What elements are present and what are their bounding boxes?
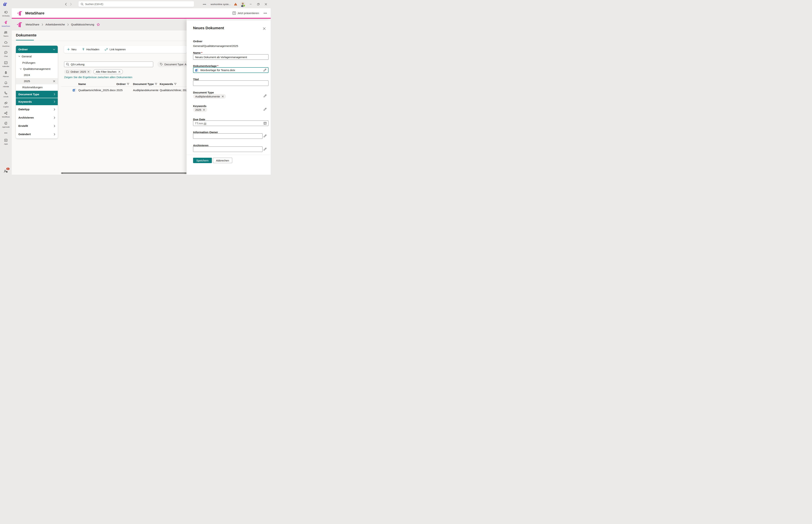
plus-icon [67,48,70,51]
sidebar-item-planner[interactable]: Planner [0,69,12,79]
due-date-placeholder: TT.mm.jjjj [195,122,206,125]
due-date-field[interactable]: TT.mm.jjjj [193,120,268,126]
sidebar-item-apps[interactable]: Apps [0,136,12,147]
present-icon [232,11,236,15]
folder-filter-chip[interactable]: Ordner: 2025 [64,69,92,74]
panel-close-icon[interactable] [263,27,266,30]
remove-folder-chip-icon[interactable] [87,71,89,73]
close-icon[interactable] [262,0,269,8]
folder-tree-item-qualitaetsmanagement[interactable]: Qualitätsmanagement [16,66,58,72]
sidebar-item-copilot[interactable]: Copilot [0,99,12,109]
favorite-star-icon[interactable] [97,23,100,26]
folder-tree-item-general[interactable]: General [16,53,58,60]
pencil-icon[interactable] [263,147,267,151]
orchestry-icon [4,10,8,14]
filter-section-document-type[interactable]: Document Type [16,91,58,98]
folder-tree-item-2025[interactable]: 2025 [16,78,58,84]
chevron-right-icon [54,117,55,119]
rail-more-icon[interactable]: ••• [0,130,12,136]
pencil-icon[interactable] [263,134,267,138]
breadcrumb-item-metashare[interactable]: MetaShare [26,23,39,26]
sidebar-item-workflows[interactable]: Workflows [0,109,12,119]
sidebar-item-onedrive[interactable]: OneDrive [0,38,12,49]
titel-field[interactable] [193,81,268,86]
cell-keywords: Qualitätsrichtlinie; 2025 [160,88,186,92]
new-button[interactable]: Neu [67,48,77,51]
filter-sidebar: Ordner General Prüfungen Qualitätsmanage… [16,46,58,138]
sidebar-item-kalender[interactable]: Kalender [0,59,12,69]
table-row[interactable]: W Qualitaetsrichtlinie_2025.docx 2025 Au… [61,87,186,94]
pencil-icon[interactable] [263,68,266,72]
name-field[interactable] [193,54,268,60]
warning-icon[interactable] [232,2,239,6]
save-button[interactable]: Speichern [193,158,212,163]
cancel-button[interactable]: Abbrechen [213,158,232,163]
metashare-icon [4,20,8,24]
pencil-icon[interactable] [263,94,267,98]
filter-section-dateityp[interactable]: Dateityp [16,105,58,114]
information-owner-field[interactable] [193,133,263,139]
filter-section-geaendert[interactable]: Geändert [16,130,58,138]
column-header-document-type[interactable]: Document Type [133,82,157,86]
document-type-chip[interactable]: Auditplandokumente [193,94,226,99]
svg-text:W: W [196,69,197,71]
minimize-icon[interactable] [247,0,254,8]
nav-forward-icon[interactable] [70,3,72,6]
sidebar-item-approvals[interactable]: Approvals [0,119,12,130]
pencil-icon[interactable] [263,108,267,111]
remove-keyword-icon[interactable] [203,109,205,111]
folder-tree-item-2024[interactable]: 2024 [16,72,58,78]
clear-all-icon [118,71,120,73]
present-now-button[interactable]: Jetzt präsentieren [232,11,259,15]
filter-section-keywords[interactable]: Keywords [16,98,58,105]
sidebar-item-teams[interactable]: Teams [0,29,12,38]
restore-icon[interactable] [254,0,262,8]
document-search-input[interactable]: QS-Leitung [64,62,153,67]
filter-section-archivieren[interactable]: Archivieren [16,114,58,122]
search-value: QS-Leitung [71,63,84,66]
column-header-keywords[interactable]: Keywords [160,82,177,86]
clear-all-filters-chip[interactable]: Alle Filter löschen [93,69,123,74]
chevron-right-icon [54,108,55,111]
cell-name[interactable]: Qualitaetsrichtlinie_2025.docx [78,88,116,92]
horizontal-scrollbar[interactable]: ◄► [61,172,186,174]
keywords-chip[interactable]: 2025 [193,108,207,112]
show-all-results-link[interactable]: Zeigen Sie die Ergebnisse zwischen allen… [64,76,132,79]
avatar[interactable] [239,2,247,7]
remove-document-type-icon[interactable] [222,96,224,97]
calendar-icon[interactable] [263,121,267,125]
chevron-right-icon [42,23,43,26]
sidebar-item-orchestry[interactable]: Orchestry [0,8,12,18]
folder-tree-item-pruefungen[interactable]: Prüfungen [16,60,58,66]
document-toolbar: Neu Hochladen Link kopieren [64,46,186,53]
column-header-ordner[interactable]: Ordner [116,82,129,86]
onedrive-icon [4,40,8,45]
archivieren-field[interactable] [193,147,263,152]
filter-section-ordner[interactable]: Ordner [16,46,58,53]
header-more-icon[interactable]: ••• [264,12,267,15]
sidebar-item-chat[interactable]: Chat [0,49,12,59]
sidebar-item-metashare[interactable]: MetaShare [0,18,12,29]
breadcrumb-logo-icon[interactable] [16,21,23,28]
column-header-name[interactable]: Name [78,82,86,86]
clear-folder-filter-icon[interactable] [53,80,58,82]
copy-link-button[interactable]: Link kopieren [105,48,126,51]
breadcrumb-item-arbeitsbereiche[interactable]: Arbeitsbereiche [46,23,65,26]
folder-icon [66,70,69,73]
titlebar-more-icon[interactable]: ••• [200,3,209,6]
filter-section-erstellt[interactable]: Erstellt [16,122,58,130]
sidebar-item-aktivitaet[interactable]: Aktivität [0,79,12,89]
dokumentvorlage-field[interactable]: W Wordvorlage für Teams.dotx [193,67,268,73]
nav-back-icon[interactable] [65,3,67,6]
bell-icon [4,81,8,85]
global-search-input[interactable]: Suchen (Ctrl+E) [79,1,194,7]
folder-tree-item-rueckmeldungen[interactable]: Rückmeldungen [16,84,58,91]
required-marker: * [201,51,202,54]
sidebar-item-anrufe[interactable]: Anrufe [0,89,12,99]
breadcrumb-item-qualitaetssicherung[interactable]: Qualitätssicherung [71,23,94,26]
upload-button[interactable]: Hochladen [82,48,99,51]
people-notification[interactable]: 1 [0,169,12,173]
chevron-right-icon [54,125,55,127]
document-type-filter-chip[interactable]: Document Type: Auditplandokumente [158,61,186,67]
tenant-name[interactable]: workonline syste... [209,3,232,5]
